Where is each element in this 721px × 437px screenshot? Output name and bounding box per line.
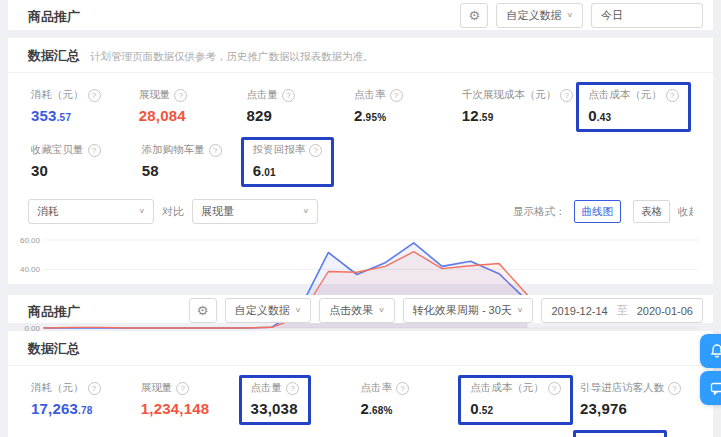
metric-value: 6.01 bbox=[253, 162, 323, 179]
conversion-period-label: 转化效果周期 - 30天 bbox=[413, 303, 512, 318]
customer-service-float-button[interactable] bbox=[700, 371, 721, 405]
customize-data-dropdown[interactable]: 自定义数据 ∨ bbox=[225, 298, 312, 323]
metric-value: 58 bbox=[142, 162, 222, 179]
collapse-trend-button[interactable]: 收起趋势图 bbox=[678, 205, 693, 219]
bell-icon bbox=[709, 343, 721, 359]
metric-box: 添加购物车量?4,090 bbox=[352, 430, 456, 437]
view-table-label: 表格 bbox=[641, 205, 662, 219]
date-range-picker[interactable]: 2019-12-14 至 2020-01-06 bbox=[541, 298, 703, 323]
metric-cell: 点击率?2.95% bbox=[351, 85, 459, 132]
metric-label: 引导进店访客人数? bbox=[580, 381, 681, 395]
help-icon[interactable]: ? bbox=[88, 89, 101, 102]
summary-note: 计划管理页面数据仅供参考，历史推广数据以报表数据为准。 bbox=[90, 50, 374, 64]
metric-value-decimal: .68% bbox=[369, 405, 393, 416]
metric-cell: 引导进店访客人数?23,976 bbox=[577, 378, 693, 425]
date-value: 今日 bbox=[601, 8, 623, 23]
help-icon[interactable]: ? bbox=[174, 89, 187, 102]
compare-label: 对比 bbox=[162, 204, 184, 219]
help-icon[interactable]: ? bbox=[286, 382, 299, 395]
metric-label: 消耗（元）? bbox=[31, 88, 101, 102]
metric-value: 0.52 bbox=[470, 400, 561, 417]
metric-cell: 收藏宝贝量?1,441 bbox=[250, 433, 361, 437]
help-icon[interactable]: ? bbox=[396, 382, 409, 395]
metric-value-int: 6 bbox=[253, 162, 262, 179]
metric-value-int: 23,976 bbox=[580, 400, 627, 417]
metric-value-int: 0 bbox=[588, 107, 597, 124]
metric-label-text: 点击率 bbox=[354, 88, 386, 102]
metric-cell: 投资回报率?6.01 bbox=[250, 140, 361, 187]
date-picker[interactable]: 今日 bbox=[591, 3, 703, 28]
summary-header: 数据汇总 bbox=[8, 331, 713, 366]
display-format-label: 显示格式： bbox=[513, 205, 566, 219]
metric-value: 28,084 bbox=[139, 107, 188, 124]
metric-value: 17,263.78 bbox=[31, 400, 101, 417]
metric-cell: 消耗（元）?353.57 bbox=[28, 85, 136, 132]
conversion-period-dropdown[interactable]: 转化效果周期 - 30天 ∨ bbox=[403, 298, 534, 323]
help-icon[interactable]: ? bbox=[309, 144, 322, 157]
metric-label-text: 展现量 bbox=[141, 381, 173, 395]
help-icon[interactable]: ? bbox=[88, 144, 101, 157]
metric-cell: 千次展现成本（元）?12.59 bbox=[459, 85, 586, 132]
help-icon[interactable]: ? bbox=[390, 89, 403, 102]
metric-label: 点击量? bbox=[251, 381, 300, 395]
metric-value: 30 bbox=[31, 162, 101, 179]
metric-box: 点击率?2.68% bbox=[348, 375, 421, 425]
metric-value: 1,234,148 bbox=[141, 400, 210, 417]
settings-button[interactable]: ⚙ bbox=[189, 298, 217, 323]
help-icon[interactable]: ? bbox=[88, 382, 101, 395]
metric-label: 千次展现成本（元）? bbox=[462, 88, 574, 102]
date-range-start: 2019-12-14 bbox=[551, 305, 607, 317]
metric-box: 收藏宝贝量?30 bbox=[19, 137, 113, 187]
chevron-down-icon: ∨ bbox=[517, 307, 524, 314]
metric-value-int: 58 bbox=[142, 162, 159, 179]
metric-label: 消耗（元）? bbox=[31, 381, 101, 395]
metric-value-int: 28,084 bbox=[139, 107, 186, 124]
metric-value-int: 1,234,148 bbox=[141, 400, 210, 417]
metric-value: 353.57 bbox=[31, 107, 101, 124]
compare-select[interactable]: 展现量 ∨ bbox=[192, 199, 318, 224]
summary-title: 数据汇总 bbox=[28, 47, 80, 65]
metric-value: 33,038 bbox=[251, 400, 300, 417]
view-line-button[interactable]: 曲线图 bbox=[574, 200, 622, 223]
metric-label-text: 点击成本（元） bbox=[470, 381, 544, 395]
metric-cell: 引导进店率?5.38% bbox=[28, 433, 139, 437]
settings-button[interactable]: ⚙ bbox=[460, 3, 488, 28]
summary-header: 数据汇总 计划管理页面数据仅供参考，历史推广数据以报表数据为准。 bbox=[8, 38, 713, 73]
collapse-trend-label: 收起趋势图 bbox=[678, 205, 693, 219]
help-icon[interactable]: ? bbox=[668, 382, 681, 395]
metric-value-int: 30 bbox=[31, 162, 48, 179]
help-icon[interactable]: ? bbox=[176, 382, 189, 395]
metric-value: 12.59 bbox=[462, 107, 574, 124]
metric-cell: 点击率?2.68% bbox=[357, 378, 467, 425]
metric-label: 点击量? bbox=[246, 88, 295, 102]
customize-data-label: 自定义数据 bbox=[235, 303, 290, 318]
help-icon[interactable]: ? bbox=[209, 144, 222, 157]
metric-box: 收藏宝贝量?1,441 bbox=[241, 430, 335, 437]
panel1-summary-card: 数据汇总 计划管理页面数据仅供参考，历史推广数据以报表数据为准。 消耗（元）?3… bbox=[8, 38, 713, 284]
metric-label-text: 点击量 bbox=[251, 381, 283, 395]
metric-label-text: 收藏宝贝量 bbox=[31, 143, 84, 157]
help-icon[interactable]: ? bbox=[548, 382, 561, 395]
help-icon[interactable]: ? bbox=[666, 89, 679, 102]
metric-value-decimal: .43 bbox=[597, 112, 612, 123]
panel1-toolbar: ⚙ 自定义数据 ∨ 今日 bbox=[460, 3, 703, 28]
metric-highlight-box: 点击成本（元）?0.52 bbox=[458, 375, 573, 425]
metric-value-decimal: .01 bbox=[261, 167, 276, 178]
metric-label-text: 引导进店访客人数 bbox=[580, 381, 664, 395]
metric-value: 2.95% bbox=[354, 107, 403, 124]
metric-cell: 点击量?33,038 bbox=[248, 378, 358, 425]
chevron-down-icon: ∨ bbox=[295, 307, 302, 314]
help-icon[interactable]: ? bbox=[282, 89, 295, 102]
metric-cell: 拉新成本（元）?1.28 bbox=[139, 433, 250, 437]
effect-type-label: 点击效果 bbox=[329, 303, 373, 318]
notification-float-button[interactable] bbox=[700, 334, 721, 368]
metric-value-int: 353 bbox=[31, 107, 57, 124]
help-icon[interactable]: ? bbox=[560, 89, 573, 102]
metric-select[interactable]: 消耗 ∨ bbox=[28, 199, 154, 224]
effect-type-dropdown[interactable]: 点击效果 ∨ bbox=[319, 298, 395, 323]
metric-box: 展现量?28,084 bbox=[127, 82, 200, 132]
metric-value: 2.68% bbox=[360, 400, 409, 417]
customize-data-dropdown[interactable]: 自定义数据 ∨ bbox=[496, 3, 583, 28]
panel2-header-card: 商品推广 ⚙ 自定义数据 ∨ 点击效果 ∨ 转化效果周期 - 30天 ∨ 201… bbox=[8, 295, 713, 323]
view-table-button[interactable]: 表格 bbox=[633, 200, 670, 223]
